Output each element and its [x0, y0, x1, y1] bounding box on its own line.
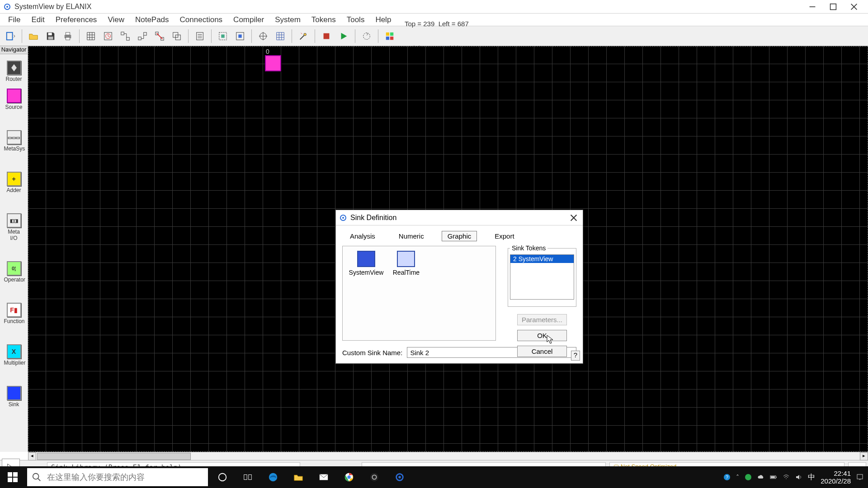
svg-rect-14: [144, 32, 146, 35]
design-canvas[interactable]: 0 Sink Definition Analysis Numeric Graph…: [28, 46, 868, 452]
tray-chevron-up-icon[interactable]: ˄: [736, 474, 739, 481]
palette-multiplier[interactable]: X Multiplier: [4, 344, 24, 366]
svg-point-49: [398, 476, 401, 479]
palette-operator[interactable]: 0¦ Operator: [4, 261, 24, 283]
menu-preferences[interactable]: Preferences: [50, 14, 103, 26]
tray-cloud-icon[interactable]: [757, 474, 764, 481]
tab-export[interactable]: Export: [489, 231, 520, 241]
tray-help-icon[interactable]: ?: [723, 474, 731, 481]
palette-metaio[interactable]: ◧◨ Meta I/O: [4, 213, 24, 241]
sink-type-group: SystemView RealTime: [342, 246, 496, 341]
taskbar-search[interactable]: 在这里输入你要搜索的内容: [27, 468, 208, 486]
scroll-right-button[interactable]: ▸: [860, 452, 868, 460]
tool-snap-grid[interactable]: [273, 28, 288, 44]
canvas-horizontal-scrollbar[interactable]: ◂ ▸: [28, 452, 868, 460]
taskbar-mail[interactable]: [311, 466, 336, 488]
svg-rect-11: [121, 32, 124, 34]
menu-help[interactable]: Help: [370, 14, 396, 26]
ok-button[interactable]: OK: [517, 330, 567, 341]
sink-token-row[interactable]: 2 SystemView: [510, 255, 574, 263]
sink-option-realtime[interactable]: RealTime: [387, 251, 425, 276]
tool-connect-a[interactable]: [118, 28, 133, 44]
taskbar-explorer[interactable]: [286, 466, 311, 488]
tool-run[interactable]: [336, 28, 351, 44]
window-maximize-button[interactable]: [823, 0, 844, 14]
dialog-tabs: Analysis Numeric Graphic Export: [344, 231, 576, 241]
palette-adder[interactable]: + Adder: [4, 172, 24, 193]
svg-rect-3: [7, 32, 13, 40]
cancel-button[interactable]: Cancel: [517, 346, 567, 357]
svg-rect-13: [138, 37, 141, 39]
tool-print[interactable]: [60, 28, 75, 44]
menu-edit[interactable]: Edit: [26, 14, 50, 26]
tab-numeric[interactable]: Numeric: [393, 231, 430, 241]
windows-logo-icon: [8, 472, 18, 482]
taskbar-systemview[interactable]: [387, 466, 412, 488]
tool-new-metasys[interactable]: [232, 28, 248, 44]
canvas-token-source[interactable]: 0: [265, 55, 281, 71]
search-placeholder: 在这里输入你要搜索的内容: [47, 472, 145, 483]
taskbar-edge[interactable]: [260, 466, 286, 488]
tray-notifications-icon[interactable]: [856, 474, 863, 481]
tab-analysis[interactable]: Analysis: [344, 231, 381, 241]
scroll-thumb[interactable]: [37, 453, 191, 460]
tool-open[interactable]: [26, 28, 41, 44]
window-minimize-button[interactable]: [802, 0, 823, 14]
toolbar: Top = 239 Left = 687 Height = 32 Width =…: [0, 26, 868, 46]
tool-timing[interactable]: [100, 28, 116, 44]
menu-notepads[interactable]: NotePads: [130, 14, 175, 26]
tool-loop[interactable]: [359, 28, 374, 44]
menu-connections[interactable]: Connections: [175, 14, 228, 26]
taskbar-taskview[interactable]: [235, 466, 260, 488]
tool-save[interactable]: [43, 28, 58, 44]
tray-wifi-icon[interactable]: [783, 474, 790, 481]
taskbar-chrome[interactable]: [336, 466, 362, 488]
tool-probe[interactable]: [296, 28, 311, 44]
scroll-left-button[interactable]: ◂: [28, 452, 36, 460]
taskbar-obs[interactable]: [362, 466, 387, 488]
tool-analysis-window[interactable]: [382, 28, 397, 44]
tool-grid-toggle[interactable]: [83, 28, 99, 44]
tool-notepad[interactable]: [192, 28, 208, 44]
tab-graphic[interactable]: Graphic: [442, 231, 477, 241]
menu-tokens[interactable]: Tokens: [306, 14, 341, 26]
svg-rect-31: [390, 36, 393, 39]
tray-clock[interactable]: 22:41 2020/2/28: [821, 469, 851, 485]
tool-disconnect[interactable]: [152, 28, 167, 44]
palette-function[interactable]: F▮ Function: [4, 303, 24, 324]
tray-ime[interactable]: 中: [808, 473, 815, 482]
tool-stop[interactable]: [319, 28, 334, 44]
svg-point-1: [6, 6, 8, 8]
svg-rect-56: [857, 474, 863, 479]
tool-group-select[interactable]: [215, 28, 231, 44]
window-close-button[interactable]: [844, 0, 864, 14]
dialog-close-button[interactable]: [565, 210, 583, 225]
tool-new-dropdown[interactable]: [3, 28, 18, 44]
menu-tools[interactable]: Tools: [341, 14, 370, 26]
palette-label: Multiplier: [4, 360, 24, 366]
menu-file[interactable]: File: [3, 14, 26, 26]
dialog-titlebar[interactable]: Sink Definition: [336, 210, 583, 225]
palette-source[interactable]: Source: [4, 89, 24, 110]
palette-sink[interactable]: Sink: [4, 386, 24, 408]
taskbar-cortana[interactable]: [210, 466, 235, 488]
tray-sync-icon[interactable]: [745, 474, 752, 481]
tool-crosshair[interactable]: [255, 28, 271, 44]
menu-compiler[interactable]: Compiler: [228, 14, 269, 26]
palette-router[interactable]: Router: [4, 61, 24, 82]
tool-connect-b[interactable]: [135, 28, 150, 44]
dialog-help-button[interactable]: ?: [571, 351, 580, 361]
tray-volume-icon[interactable]: [795, 474, 802, 481]
sink-tokens-list[interactable]: 2 SystemView: [510, 254, 574, 300]
svg-rect-34: [8, 472, 12, 477]
parameters-button[interactable]: Parameters...: [517, 314, 567, 325]
palette-metasys[interactable]: ▭▭▭ MetaSys: [4, 130, 24, 152]
tray-battery-icon[interactable]: [770, 474, 777, 481]
svg-rect-41: [249, 475, 251, 480]
sink-option-systemview[interactable]: SystemView: [347, 251, 385, 276]
start-button[interactable]: [0, 466, 25, 488]
realtime-sink-icon: [397, 251, 415, 267]
menu-system[interactable]: System: [269, 14, 306, 26]
tool-duplicate[interactable]: [169, 28, 184, 44]
menu-view[interactable]: View: [102, 14, 130, 26]
